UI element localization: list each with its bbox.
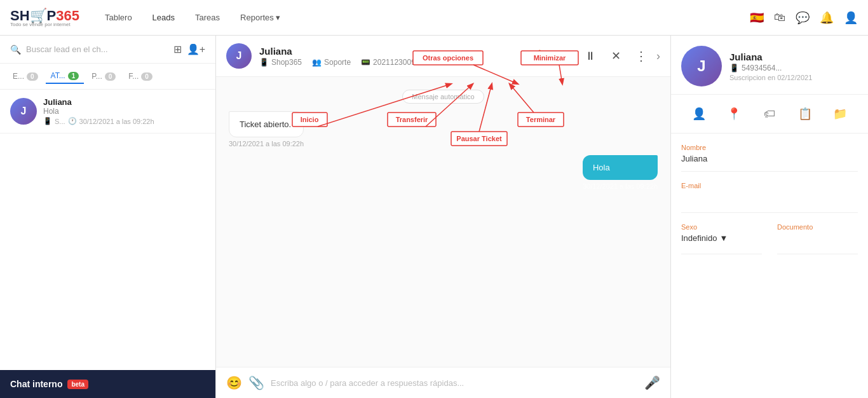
contact-message: Hola bbox=[43, 107, 205, 116]
chat-messages: Mensaje automático Ticket abierto. 30/12… bbox=[216, 77, 670, 367]
auto-message: Mensaje automático bbox=[402, 90, 484, 104]
sidebar-actions: ⊞ 👤+ bbox=[173, 43, 205, 55]
pause-button[interactable]: ⏸ bbox=[580, 46, 600, 66]
clock-icon: 🕐 bbox=[68, 117, 77, 125]
main-layout: 🔍 Buscar lead en el ch... ⊞ 👤+ E... 0 AT… bbox=[0, 36, 868, 398]
logo[interactable]: SH 🛒 P 365 Todo se vende por internet bbox=[10, 8, 79, 27]
whatsapp-icon: 📱 bbox=[259, 58, 269, 67]
whatsapp-icon-small: 📱 bbox=[729, 64, 739, 72]
right-phone: 📱 54934564... bbox=[729, 64, 858, 72]
language-flag[interactable]: 🇪🇸 bbox=[750, 11, 764, 25]
profile-icon-btn[interactable]: 👤 bbox=[688, 102, 710, 125]
chat-header-meta: 📱 Shop365 👥 Soporte 📟 2021123009223489 bbox=[259, 58, 522, 67]
nav-tareas[interactable]: Tareas bbox=[195, 13, 220, 22]
tag-icon-btn[interactable]: 🏷 bbox=[758, 102, 781, 125]
sexo-field: Sexo Indefinido ▼ bbox=[681, 223, 762, 254]
message-bubble-out: Hola bbox=[583, 155, 658, 180]
layout-icon[interactable]: ⊞ bbox=[173, 43, 182, 55]
channel-info: 📱 Shop365 bbox=[259, 58, 302, 67]
right-fields: Nombre Juliana E-mail Sexo Indefinido ▼ … bbox=[671, 134, 868, 264]
nav-user-icon[interactable]: 👤 bbox=[844, 11, 858, 25]
tab-e-badge: 0 bbox=[27, 72, 38, 81]
sidebar-footer[interactable]: Chat interno beta bbox=[0, 370, 215, 398]
tab-f[interactable]: F... 0 bbox=[123, 69, 158, 83]
end-button[interactable]: ✕ bbox=[606, 46, 626, 66]
department-icon: 👥 bbox=[312, 58, 322, 67]
chat-header-info: Juliana 📱 Shop365 👥 Soporte 📟 2021123009… bbox=[259, 46, 522, 67]
nombre-label: Nombre bbox=[681, 144, 858, 151]
attachment-icon[interactable]: 📎 bbox=[248, 375, 264, 390]
top-navigation: SH 🛒 P 365 Todo se vende por internet Ta… bbox=[0, 0, 868, 36]
chat-contact-name: Juliana bbox=[259, 46, 522, 57]
more-button[interactable]: ⋮ bbox=[631, 46, 651, 66]
contact-meta: 📱 S... 🕐 30/12/2021 a las 09:22h bbox=[43, 117, 205, 125]
sexo-label: Sexo bbox=[681, 223, 762, 231]
nav-links: Tablero Leads Tareas Reportes ▾ bbox=[105, 13, 750, 22]
transfer-button[interactable]: ⇄ bbox=[555, 46, 575, 66]
right-avatar: J bbox=[681, 46, 722, 86]
location-icon-btn[interactable]: 📍 bbox=[722, 102, 745, 125]
department-info: 👥 Soporte bbox=[312, 58, 351, 67]
chat-header: J Juliana 📱 Shop365 👥 Soporte 📟 20211230… bbox=[216, 36, 670, 77]
search-placeholder-text: Buscar lead en el ch... bbox=[26, 45, 168, 54]
nav-right: 🇪🇸 🛍 💬 🔔 👤 bbox=[750, 11, 858, 25]
whatsapp-icon: 📱 bbox=[43, 117, 52, 125]
nav-shop-icon[interactable]: 🛍 bbox=[774, 11, 785, 24]
right-icons: 👤 📍 🏷 📋 📁 bbox=[671, 95, 868, 134]
notes-icon-btn[interactable]: 📋 bbox=[794, 102, 817, 125]
chat-panel: J Juliana 📱 Shop365 👥 Soporte 📟 20211230… bbox=[216, 36, 671, 398]
right-name: Juliana bbox=[729, 51, 858, 62]
nav-chat-icon[interactable]: 💬 bbox=[796, 11, 810, 25]
nombre-value: Juliana bbox=[681, 154, 858, 163]
phone-icon: 📟 bbox=[361, 58, 370, 67]
tab-e[interactable]: E... 0 bbox=[8, 69, 43, 83]
sidebar: 🔍 Buscar lead en el ch... ⊞ 👤+ E... 0 AT… bbox=[0, 36, 216, 398]
documento-label: Documento bbox=[777, 223, 858, 231]
sexo-select[interactable]: Indefinido ▼ bbox=[681, 233, 762, 243]
right-info: Juliana 📱 54934564... Suscripcion en 02/… bbox=[729, 51, 858, 81]
message-time-out: 30/12/2021 a las 09:22h bbox=[583, 182, 658, 190]
nav-reportes[interactable]: Reportes ▾ bbox=[240, 13, 280, 22]
tab-p-badge: 0 bbox=[105, 72, 116, 81]
beta-badge: beta bbox=[67, 380, 88, 389]
chat-item-juliana[interactable]: J Juliana Hola 📱 S... 🕐 30/12/2021 a las… bbox=[0, 90, 215, 134]
chat-interno-label: Chat interno bbox=[10, 379, 62, 389]
emoji-icon[interactable]: 😊 bbox=[226, 375, 242, 390]
documento-value bbox=[777, 233, 858, 246]
message-bubble: Ticket abierto. bbox=[229, 111, 304, 137]
nav-leads[interactable]: Leads bbox=[153, 13, 175, 22]
chat-list: J Juliana Hola 📱 S... 🕐 30/12/2021 a las… bbox=[0, 90, 215, 370]
phone-info: 📟 2021123009223489 bbox=[361, 58, 441, 67]
email-value bbox=[681, 192, 858, 205]
message-time: 30/12/2021 a las 09:22h bbox=[229, 140, 304, 148]
nombre-field-group: Nombre Juliana bbox=[681, 144, 858, 172]
contact-name: Juliana bbox=[43, 97, 205, 107]
chat-info: Juliana Hola 📱 S... 🕐 30/12/2021 a las 0… bbox=[43, 97, 205, 125]
tab-f-badge: 0 bbox=[141, 72, 153, 81]
add-contact-icon[interactable]: 👤+ bbox=[187, 43, 205, 55]
email-label: E-mail bbox=[681, 182, 858, 189]
chat-input[interactable] bbox=[271, 378, 638, 388]
chat-header-avatar: J bbox=[226, 43, 252, 69]
chat-input-area: 😊 📎 🎤 bbox=[216, 367, 670, 398]
home-button[interactable]: 🏠 bbox=[529, 46, 550, 66]
chevron-down-icon: ▼ bbox=[719, 233, 728, 243]
minimize-chevron[interactable]: › bbox=[656, 50, 660, 63]
nav-tablero[interactable]: Tablero bbox=[105, 13, 132, 22]
sidebar-search-bar: 🔍 Buscar lead en el ch... ⊞ 👤+ bbox=[0, 36, 215, 64]
right-profile: J Juliana 📱 54934564... Suscripcion en 0… bbox=[671, 36, 868, 95]
logo-tagline: Todo se vende por internet bbox=[10, 22, 79, 27]
right-panel: J Juliana 📱 54934564... Suscripcion en 0… bbox=[671, 36, 868, 398]
chat-actions: 🏠 ⇄ ⏸ ✕ ⋮ › bbox=[529, 46, 660, 66]
auto-message-wrapper: Mensaje automático bbox=[229, 90, 658, 104]
incoming-message-1: Ticket abierto. 30/12/2021 a las 09:22h bbox=[229, 111, 304, 148]
microphone-icon[interactable]: 🎤 bbox=[644, 375, 660, 390]
folder-icon-btn[interactable]: 📁 bbox=[829, 102, 851, 125]
sexo-documento-row: Sexo Indefinido ▼ Documento bbox=[681, 223, 858, 254]
nav-bell-icon[interactable]: 🔔 bbox=[820, 11, 834, 25]
outgoing-message-1: Hola 30/12/2021 a las 09:22h bbox=[583, 155, 658, 190]
sidebar-tabs: E... 0 AT... 1 P... 0 F... 0 bbox=[0, 64, 215, 90]
tab-at[interactable]: AT... 1 bbox=[46, 69, 85, 84]
right-subscription: Suscripcion en 02/12/2021 bbox=[729, 74, 858, 81]
tab-p[interactable]: P... 0 bbox=[86, 69, 121, 83]
